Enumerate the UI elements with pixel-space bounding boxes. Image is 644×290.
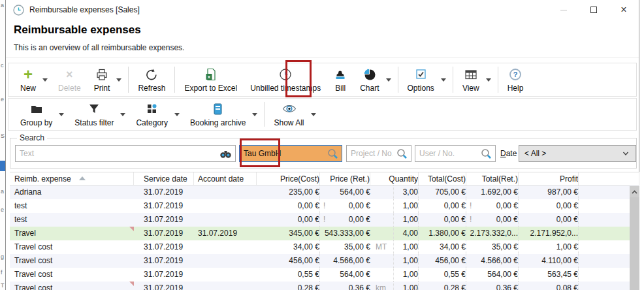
warning-flag: ! [323, 199, 325, 213]
cell-total-cost: 34,00 € [419, 240, 466, 254]
customer-highlight-annotation [240, 138, 280, 167]
magnifier-icon[interactable] [481, 148, 492, 159]
cell-reimb-expense: Travel cost [10, 268, 134, 282]
backdrop-text-fragment: f [1, 269, 3, 276]
table-row[interactable]: Travel cost 31.07.2019 0,28 € 0,36 € km … [10, 282, 639, 290]
magnifier-icon[interactable] [396, 148, 408, 159]
toolbar-separator [174, 67, 175, 93]
col-header-total-ret[interactable]: Total(Ret.) [466, 172, 519, 185]
cell-account-date [194, 268, 257, 282]
col-header-price-ret[interactable]: Price (Ret.) [320, 172, 370, 185]
backdrop-text-fragment: e [1, 206, 4, 213]
toolbar-separator [498, 67, 498, 93]
cell-account-date [194, 254, 257, 268]
category-dropdown-caret[interactable] [174, 113, 180, 116]
col-header-service-date[interactable]: Service date [134, 172, 194, 185]
help-button[interactable]: ? Help [501, 63, 530, 96]
chart-button[interactable]: Chart [353, 63, 385, 96]
cell-quantity: 1,00 [394, 240, 419, 254]
table-row[interactable]: test 31.07.2019 0,00 € !0,00 € 1,00 0,00… [10, 213, 639, 227]
new-button[interactable]: + New [14, 63, 42, 96]
magnifier-icon[interactable] [327, 148, 338, 159]
backdrop-text-fragment: c [1, 62, 4, 69]
minimize-icon [560, 10, 567, 10]
vertical-scrollbar[interactable] [630, 186, 639, 290]
minimize-button[interactable] [549, 0, 579, 20]
project-search-field[interactable] [346, 145, 411, 162]
svg-text:x: x [208, 74, 211, 80]
toolbar-separator [128, 67, 129, 93]
options-button[interactable]: Options [401, 63, 441, 96]
user-search-input[interactable] [415, 149, 481, 158]
show-all-dropdown-caret[interactable] [311, 113, 316, 116]
table-row[interactable]: test 31.07.2019 0,00 € !0,00 € 1,00 0,00… [10, 199, 639, 213]
page-title: Reimbursable expenses [14, 24, 141, 37]
backdrop-text-fragment: T [1, 282, 5, 289]
sort-ascending-icon [79, 176, 86, 180]
main-toolbar: + New × Delete Print [8, 63, 637, 97]
checkbox-icon [415, 68, 427, 80]
table-row[interactable]: Travel 31.07.2019 31.07.2019 345,00 € 54… [10, 227, 639, 240]
text-search-field[interactable] [15, 145, 236, 162]
warning-flag: ! [470, 213, 472, 227]
close-icon: × [620, 7, 626, 13]
clock-icon [13, 5, 24, 16]
export-to-excel-button[interactable]: x Export to Excel [178, 63, 244, 96]
cell-service-date: 31.07.2019 [134, 213, 194, 227]
bill-button[interactable]: Bill [327, 63, 353, 96]
show-all-button[interactable]: Show All [267, 99, 310, 130]
status-filter-button[interactable]: Status filter [68, 99, 120, 130]
cell-service-date: 31.07.2019 [134, 282, 194, 290]
col-header-filler [579, 172, 639, 185]
cell-reimb-expense: Adriana [10, 185, 134, 199]
booking-archive-dropdown-caret[interactable] [252, 113, 257, 116]
cell-account-date [194, 240, 257, 254]
col-header-total-cost[interactable]: Total(Cost) [419, 172, 466, 185]
cell-total-cost: 0,28 € [419, 282, 466, 290]
close-button[interactable]: × [609, 0, 639, 20]
col-header-profit[interactable]: Profit [519, 172, 579, 185]
group-by-button[interactable]: Group by [14, 99, 59, 130]
print-button[interactable]: Print [88, 63, 117, 96]
table-row[interactable]: Travel cost 31.07.2019 456,00 € 4.566,00… [10, 254, 639, 268]
col-header-reimb-expense[interactable]: Reimb. expense [10, 172, 134, 185]
print-dropdown-caret[interactable] [116, 78, 121, 82]
folder-icon [31, 104, 42, 114]
options-dropdown-caret[interactable] [441, 78, 446, 82]
cell-account-date [194, 185, 257, 199]
backdrop-text-fragment: S [1, 133, 5, 139]
col-header-price-cost[interactable]: Price(Cost) [257, 172, 320, 185]
cell-account-date [194, 199, 257, 213]
cell-price-cost: 235,00 € [257, 185, 320, 199]
group-by-dropdown-caret[interactable] [59, 113, 64, 116]
table-row[interactable]: Travel cost 31.07.2019 0,55 € 564,00 € 1… [10, 268, 639, 282]
col-header-account-date[interactable]: Account date [194, 172, 257, 185]
cell-total-cost: 0,55 € [419, 268, 466, 282]
user-search-field[interactable] [415, 145, 496, 162]
cell-profit: 0,08 € [519, 282, 579, 290]
chart-dropdown-caret[interactable] [386, 78, 391, 82]
refresh-button[interactable]: Refresh [131, 63, 172, 96]
col-header-quantity[interactable]: Quantity [370, 172, 419, 185]
table-row[interactable]: Travel cost 31.07.2019 34,00 € 35,00 € M… [10, 240, 639, 254]
view-button[interactable]: View [456, 63, 486, 96]
maximize-button[interactable] [579, 0, 609, 20]
category-button[interactable]: Category [129, 99, 174, 130]
category-icon [147, 104, 157, 114]
date-dropdown[interactable]: < All > [519, 145, 636, 162]
status-filter-dropdown-caret[interactable] [120, 113, 125, 116]
cell-account-date [194, 282, 257, 290]
delete-button[interactable]: × Delete [52, 63, 88, 96]
chevron-down-icon [621, 149, 630, 158]
new-dropdown-caret[interactable] [42, 78, 48, 82]
cell-quantity: 4,00 [394, 227, 419, 240]
project-search-input[interactable] [347, 149, 396, 158]
text-search-input[interactable] [16, 149, 219, 158]
scrollbar-up-button[interactable] [630, 186, 639, 197]
view-dropdown-caret[interactable] [486, 78, 491, 82]
cell-profit: 0,00 € [519, 213, 579, 227]
booking-archive-button[interactable]: Booking archive [184, 99, 252, 130]
table-row[interactable]: Adriana 31.07.2019 235,00 € 564,00 € 3,0… [10, 185, 639, 199]
cell-price-cost: 0,55 € [257, 268, 320, 282]
bill-highlight-annotation [285, 60, 312, 97]
